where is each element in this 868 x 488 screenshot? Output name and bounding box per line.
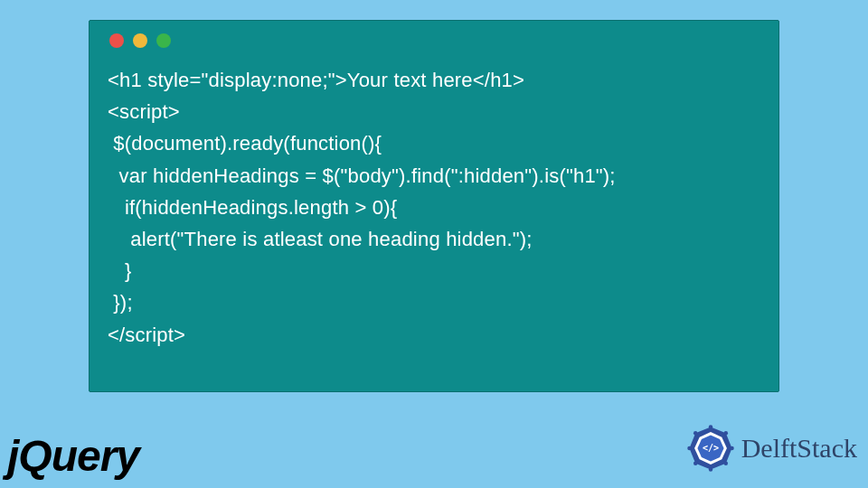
minimize-icon [133, 33, 147, 48]
code-line: } [108, 259, 132, 282]
svg-point-8 [723, 431, 727, 435]
window-traffic-lights [109, 33, 760, 48]
maximize-icon [156, 33, 171, 48]
code-line: }); [108, 291, 133, 314]
svg-point-9 [723, 462, 727, 465]
code-line: alert("There is atleast one heading hidd… [108, 228, 533, 250]
delftstack-text: DelftStack [741, 433, 857, 464]
delftstack-brand: </> DelftStack [685, 423, 857, 474]
code-line: $(document).ready(function(){ [108, 132, 382, 155]
code-line: <h1 style="display:none;">Your text here… [108, 69, 524, 91]
delftstack-icon: </> [685, 423, 736, 474]
code-line: var hiddenHeadings = $("body").find(":hi… [108, 164, 616, 187]
svg-text:</>: </> [703, 443, 719, 453]
jquery-logo: jQuery [7, 431, 139, 481]
code-window: <h1 style="display:none;">Your text here… [89, 20, 779, 392]
svg-point-7 [687, 446, 691, 450]
code-line: if(hiddenHeadings.length > 0){ [108, 196, 397, 219]
code-block: <h1 style="display:none;">Your text here… [108, 64, 760, 351]
svg-point-10 [693, 462, 697, 465]
code-line: </script> [108, 324, 185, 346]
svg-point-11 [693, 431, 697, 435]
code-line: <script> [108, 100, 180, 123]
svg-point-5 [730, 446, 733, 450]
close-icon [109, 33, 124, 48]
svg-point-6 [708, 467, 712, 471]
svg-point-4 [708, 425, 712, 428]
